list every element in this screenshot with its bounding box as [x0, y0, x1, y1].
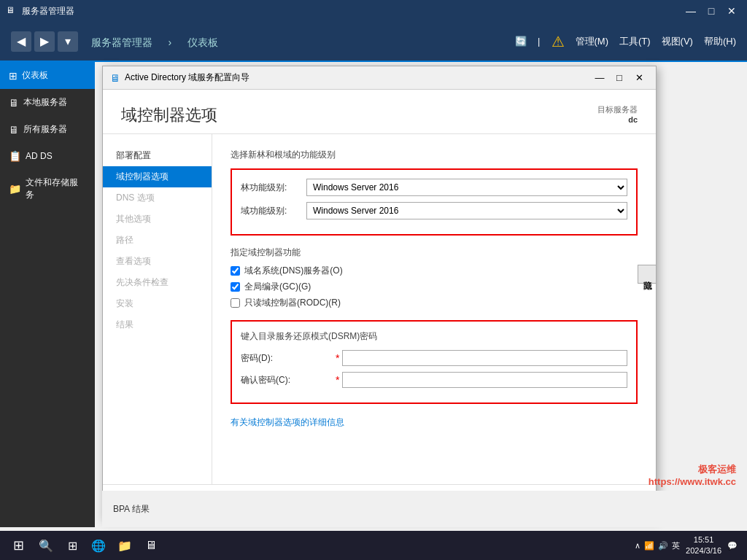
local-server-icon: 🖥 [9, 97, 19, 109]
dialog-maximize-button[interactable]: □ [610, 70, 629, 86]
sidebar-label-adds: AD DS [26, 151, 53, 161]
dropdown-button[interactable]: ▾ [58, 31, 78, 52]
server-manager-taskbar[interactable]: 🖥 [138, 531, 164, 560]
sidebar-label-dashboard: 仪表板 [22, 69, 48, 82]
gc-checkbox[interactable] [231, 282, 240, 292]
close-button[interactable]: ✕ [722, 4, 741, 18]
dialog-title: Active Directory 域服务配置向导 [125, 71, 249, 84]
password-input[interactable] [342, 350, 627, 366]
title-bar: 🖥 服务器管理器 — □ ✕ [0, 0, 747, 22]
hide-panel-button[interactable]: 隐藏 [638, 265, 656, 284]
password-label: 密码(D): [241, 352, 336, 365]
gc-checkbox-label[interactable]: 全局编录(GC)(G) [244, 281, 311, 293]
functional-level-title: 选择新林和根域的功能级别 [231, 149, 638, 161]
dsrm-section: 键入目录服务还原模式(DSRM)密码 密码(D): * 确认密码(C): * [231, 320, 638, 404]
watermark: 极客运维 https://www.itwk.cc [649, 463, 736, 487]
confirm-password-label: 确认密码(C): [241, 374, 336, 386]
sidebar-item-dashboard[interactable]: ⊞ 仪表板 [0, 62, 95, 89]
rodc-checkbox[interactable] [231, 298, 240, 308]
start-button[interactable]: ⊞ [4, 531, 33, 560]
edge-browser-button[interactable]: 🌐 [85, 531, 112, 560]
dashboard-icon: ⊞ [9, 70, 18, 82]
info-link[interactable]: 有关域控制器选项的详细信息 [231, 417, 344, 427]
bpa-results-bar: BPA 结果 [102, 491, 747, 527]
sidebar-item-file-storage[interactable]: 📁 文件和存储服务 [0, 169, 95, 209]
view-menu[interactable]: 视图(V) [662, 35, 693, 48]
rodc-checkbox-row: 只读域控制器(RODC)(R) [231, 297, 638, 309]
dialog-titlebar: 🖥 Active Directory 域服务配置向导 — □ ✕ [103, 66, 656, 90]
confirm-password-input[interactable] [342, 372, 627, 388]
help-menu[interactable]: 帮助(H) [704, 35, 736, 48]
rodc-checkbox-label[interactable]: 只读域控制器(RODC)(R) [244, 297, 341, 309]
content-area: 🖥 Active Directory 域服务配置向导 — □ ✕ 域控制器选项 … [95, 62, 747, 527]
tools-menu[interactable]: 工具(T) [619, 35, 651, 48]
nav-buttons: ◀ ▶ ▾ [11, 31, 78, 52]
password-required-indicator: * [336, 352, 339, 364]
header-right: 🔄 | ⚠ 管理(M) 工具(T) 视图(V) 帮助(H) [515, 33, 736, 50]
search-taskbar-button[interactable]: 🔍 [33, 531, 59, 560]
dialog-target-info: 目标服务器 dc [597, 104, 638, 124]
password-input-wrap: * [336, 350, 627, 366]
dialog-header: 域控制器选项 目标服务器 dc [103, 90, 656, 134]
dns-checkbox-row: 域名系统(DNS)服务器(O) [231, 265, 638, 277]
refresh-icon[interactable]: 🔄 [515, 36, 527, 47]
domain-level-select[interactable]: Windows Server 2016 Windows Server 2012 … [306, 202, 627, 219]
dc-functions-title: 指定域控制器功能 [231, 246, 638, 259]
tray-chevron[interactable]: ∧ [635, 541, 640, 551]
dialog-body: 部署配置 域控制器选项 DNS 选项 其他选项 路径 查看选项 先决条件检查 安… [103, 134, 656, 484]
confirm-required-indicator: * [336, 374, 339, 386]
back-button[interactable]: ◀ [11, 31, 31, 52]
adds-icon: 📋 [9, 150, 21, 162]
nav-review-options: 查看选项 [103, 251, 212, 272]
nav-prerequisites: 先决条件检查 [103, 272, 212, 293]
minimize-button[interactable]: — [681, 4, 700, 18]
nav-dc-options[interactable]: 域控制器选项 [103, 166, 212, 187]
clock[interactable]: 15:51 2024/3/16 [686, 534, 721, 557]
file-storage-icon: 📁 [9, 183, 21, 195]
file-explorer-button[interactable]: 📁 [112, 531, 138, 560]
nav-results: 结果 [103, 314, 212, 335]
dns-checkbox-label[interactable]: 域名系统(DNS)服务器(O) [244, 265, 343, 277]
password-row: 密码(D): * [241, 350, 627, 366]
dsrm-title: 键入目录服务还原模式(DSRM)密码 [241, 330, 627, 343]
volume-icon: 🔊 [658, 541, 668, 551]
maximize-button[interactable]: □ [702, 4, 721, 18]
sidebar-item-local-server[interactable]: 🖥 本地服务器 [0, 89, 95, 116]
app-icon: 🖥 [6, 5, 18, 17]
dialog-close-button[interactable]: ✕ [630, 70, 649, 86]
dc-functions-section: 指定域控制器功能 域名系统(DNS)服务器(O) 全局编录(GC)(G) 只读域… [231, 246, 638, 309]
dialog-minimize-button[interactable]: — [590, 70, 609, 86]
app-title-text: 服务器管理器 [91, 36, 152, 48]
dns-checkbox[interactable] [231, 266, 240, 276]
forest-level-row: 林功能级别: Windows Server 2016 Windows Serve… [241, 179, 627, 196]
notifications-button[interactable]: 💬 [727, 541, 738, 551]
breadcrumb-separator: › [169, 36, 172, 48]
target-value: dc [597, 115, 638, 124]
dialog-main-content: 选择新林和根域的功能级别 林功能级别: Windows Server 2016 … [212, 134, 656, 484]
functional-level-box: 林功能级别: Windows Server 2016 Windows Serve… [231, 168, 638, 236]
task-view-button[interactable]: ⊞ [59, 531, 85, 560]
lang-indicator: 英 [672, 540, 680, 551]
nav-install: 安装 [103, 293, 212, 314]
forward-button[interactable]: ▶ [34, 31, 55, 52]
nav-dns-options: DNS 选项 [103, 187, 212, 209]
forest-level-select[interactable]: Windows Server 2016 Windows Server 2012 … [306, 179, 627, 196]
time-display: 15:51 [686, 534, 721, 545]
sidebar-label-all-servers: 所有服务器 [23, 123, 67, 136]
nav-deployment-config[interactable]: 部署配置 [103, 145, 212, 166]
sidebar-item-all-servers[interactable]: 🖥 所有服务器 [0, 116, 95, 143]
title-bar-text: 服务器管理器 [22, 5, 74, 18]
manage-menu[interactable]: 管理(M) [576, 35, 609, 48]
app-header: ◀ ▶ ▾ 服务器管理器 › 仪表板 🔄 | ⚠ 管理(M) 工具(T) 视图(… [0, 22, 747, 62]
main-layout: ⊞ 仪表板 🖥 本地服务器 🖥 所有服务器 📋 AD DS 📁 文件和存储服务 … [0, 62, 747, 527]
dialog-titlebar-buttons: — □ ✕ [590, 70, 649, 86]
sidebar-label-file-storage: 文件和存储服务 [26, 176, 86, 201]
dialog-icon: 🖥 [110, 72, 120, 84]
sidebar-item-adds[interactable]: 📋 AD DS [0, 143, 95, 169]
domain-level-label: 域功能级别: [241, 205, 306, 217]
domain-level-row: 域功能级别: Windows Server 2016 Windows Serve… [241, 202, 627, 219]
all-servers-icon: 🖥 [9, 124, 19, 136]
watermark-line2: https://www.itwk.cc [649, 476, 736, 487]
dialog-page-title: 域控制器选项 [121, 104, 217, 126]
target-label: 目标服务器 [597, 104, 638, 115]
